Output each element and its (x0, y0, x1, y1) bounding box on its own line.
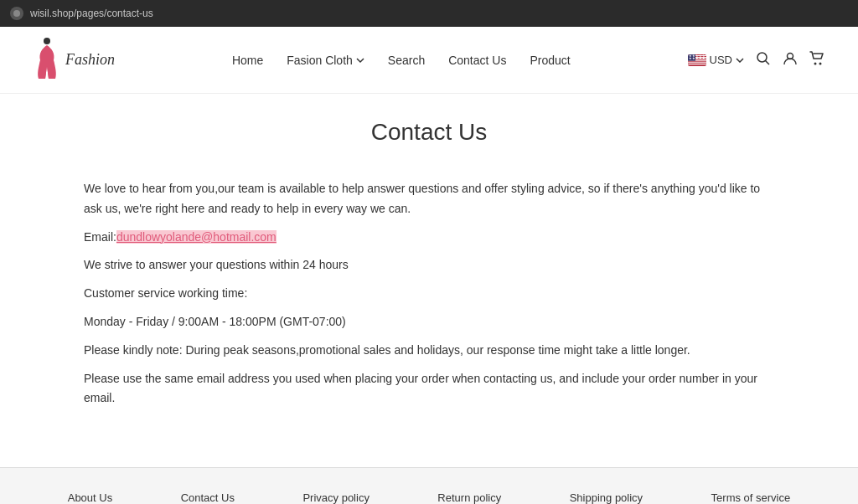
footer-link-privacy[interactable]: Privacy policy (302, 491, 369, 504)
working-time-label: Customer service working time: (84, 284, 774, 304)
main-nav: Home Fasion Cloth Search Contact Us Prod… (232, 54, 571, 67)
currency-label: USD (710, 54, 732, 66)
nav-contact-us[interactable]: Contact Us (448, 54, 506, 67)
flag-icon: ★★★★★★ ★★★★★★ (688, 54, 706, 66)
svg-text:★★★★★★: ★★★★★★ (689, 54, 706, 58)
logo-figure (34, 37, 60, 83)
search-button[interactable] (756, 51, 771, 69)
logo[interactable]: Fashion (34, 37, 115, 83)
account-button[interactable] (783, 51, 798, 69)
footer-link-shipping[interactable]: Shipping policy (570, 491, 643, 504)
page-title: Contact Us (84, 119, 774, 146)
response-time-text: We strive to answer your questions withi… (84, 255, 774, 275)
svg-point-15 (814, 62, 817, 64)
email-label: Email: (84, 230, 116, 244)
email-row: Email:dundlowyolande@hotmail.com (84, 228, 774, 248)
browser-icon (10, 7, 23, 20)
nav-home[interactable]: Home (232, 54, 263, 67)
nav-product[interactable]: Product (530, 54, 570, 67)
nav-search[interactable]: Search (388, 54, 425, 67)
contact-body: We love to hear from you,our team is ava… (84, 179, 774, 409)
main-content: Contact Us We love to hear from you,our … (0, 94, 858, 467)
intro-text: We love to hear from you,our team is ava… (84, 179, 774, 219)
browser-url: wisil.shop/pages/contact-us (30, 8, 153, 19)
note2-text: Please use the same email address you us… (84, 369, 774, 409)
svg-rect-8 (688, 64, 706, 64)
footer-link-contact-us[interactable]: Contact Us (181, 491, 235, 504)
footer-link-terms[interactable]: Terms of service (711, 491, 791, 504)
svg-point-12 (757, 53, 767, 62)
email-address-link[interactable]: dundlowyolande@hotmail.com (116, 230, 277, 244)
svg-point-16 (819, 62, 822, 64)
browser-bar: wisil.shop/pages/contact-us (0, 0, 858, 27)
svg-point-0 (13, 10, 20, 17)
footer-link-about-us[interactable]: About Us (68, 491, 112, 504)
logo-text: Fashion (65, 51, 115, 69)
working-hours-text: Monday - Friday / 9:00AM - 18:00PM (GMT-… (84, 312, 774, 332)
cart-button[interactable] (809, 51, 824, 69)
svg-point-1 (44, 38, 50, 44)
currency-selector[interactable]: ★★★★★★ ★★★★★★ USD (688, 54, 744, 66)
nav-fasion-cloth[interactable]: Fasion Cloth (287, 54, 364, 67)
note1-text: Please kindly note: During peak seasons,… (84, 341, 774, 361)
footer-link-return[interactable]: Return policy (437, 491, 501, 504)
svg-line-13 (766, 60, 770, 64)
currency-chevron-icon (736, 58, 744, 63)
nav-right: ★★★★★★ ★★★★★★ USD (688, 51, 824, 69)
site-footer: About Us Contact Us Privacy policy Retur… (0, 467, 858, 504)
site-header: Fashion Home Fasion Cloth Search Contact… (0, 27, 858, 94)
svg-rect-7 (688, 62, 706, 63)
